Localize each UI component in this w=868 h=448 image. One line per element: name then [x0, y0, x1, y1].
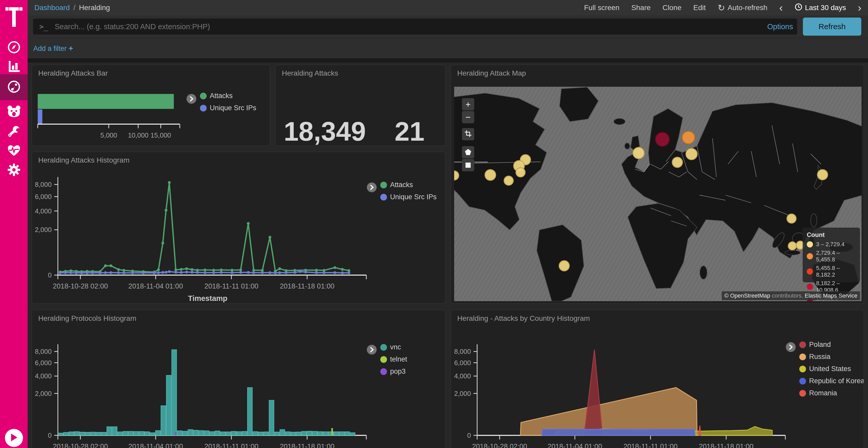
telekom-logo[interactable] [0, 4, 28, 29]
svg-text:4,000: 4,000 [454, 372, 471, 380]
attack-location-circle[interactable] [686, 148, 697, 160]
legend-dot [380, 344, 387, 351]
map-draw-rectangle-button[interactable] [462, 159, 474, 171]
sidebar-item-management[interactable] [0, 159, 28, 182]
attack-location-circle[interactable] [817, 170, 828, 180]
legend-item-romania[interactable]: Romania [799, 389, 864, 397]
legend-item-united-states[interactable]: United States [799, 365, 864, 373]
map-legend-row: 5,455.8 – 8,182.2 [807, 265, 856, 278]
search-input[interactable]: >_ Search... (e.g. status:200 AND extens… [33, 19, 797, 35]
attack-location-circle[interactable] [559, 261, 569, 271]
chart-legend: vnctelnetpop3 [380, 343, 407, 380]
legend-dot [799, 390, 806, 397]
auto-refresh-button[interactable]: ↻ Auto-refresh [718, 3, 768, 13]
svg-text:15,000: 15,000 [151, 131, 171, 139]
legend-item-republic-of-korea[interactable]: Republic of Korea [799, 377, 864, 385]
map-legend-row: 3 – 2,729.4 [807, 241, 856, 248]
time-back-button[interactable]: ‹ [779, 4, 783, 11]
sidebar-collapse-button[interactable] [5, 429, 23, 447]
chart-legend: AttacksUnique Src IPs [200, 92, 256, 116]
refresh-button[interactable]: Refresh [803, 18, 861, 36]
breadcrumb-dashboard-link[interactable]: Dashboard [34, 4, 70, 12]
map-draw-polygon-button[interactable] [462, 146, 474, 159]
legend-toggle-arrow-icon[interactable] [367, 345, 377, 354]
legend-item-pop3[interactable]: pop3 [380, 368, 407, 376]
metric-attacks: 18,349 Attacks [276, 118, 374, 146]
panel-heralding-attacks-bar: Heralding Attacks Bar 5,00010,00015,000A… [32, 65, 270, 146]
crop-icon [464, 129, 472, 139]
panel-heralding-attacks-histogram: Heralding Attacks Histogram 02,0004,0006… [32, 151, 445, 304]
full-screen-button[interactable]: Full screen [584, 4, 619, 12]
bar-chart-icon [7, 60, 21, 74]
divider [28, 58, 868, 63]
attack-location-circle[interactable] [516, 168, 525, 177]
map-zoom-out-button[interactable]: − [462, 111, 474, 123]
breadcrumb: Dashboard / Heralding [34, 4, 110, 12]
share-button[interactable]: Share [631, 4, 651, 12]
legend-item-unique-src-ips[interactable]: Unique Src IPs [200, 104, 256, 112]
attack-location-circle[interactable] [504, 176, 513, 185]
svg-text:8,000: 8,000 [35, 348, 52, 355]
bear-icon [7, 105, 21, 119]
attack-location-circle[interactable] [655, 132, 669, 146]
gear-icon [7, 163, 21, 177]
legend-item-telnet[interactable]: telnet [380, 355, 407, 364]
panel-title: Heralding Attacks [282, 69, 338, 77]
elastic-maps-service-link[interactable]: Elastic Maps Service [805, 292, 858, 299]
svg-text:2,000: 2,000 [454, 390, 471, 398]
attack-location-circle[interactable] [682, 131, 695, 144]
svg-text:2018-11-18 01:00: 2018-11-18 01:00 [280, 443, 334, 448]
svg-text:2018-11-18 01:00: 2018-11-18 01:00 [280, 282, 334, 290]
legend-item-poland[interactable]: Poland [799, 341, 864, 349]
edit-button[interactable]: Edit [693, 4, 706, 12]
metric-value: 18,349 [276, 118, 374, 145]
svg-text:6,000: 6,000 [35, 359, 52, 367]
time-forward-button[interactable]: › [858, 4, 861, 11]
legend-dot [200, 105, 207, 111]
metric-row: 18,349 Attacks 21 Unique Src IPs [276, 118, 445, 146]
sidebar-item-dashboard[interactable] [0, 74, 28, 100]
metric-unique-src-ips: 21 Unique Src IPs [374, 118, 445, 146]
legend-dot [807, 241, 813, 247]
map-crop-button[interactable] [462, 128, 474, 140]
attack-location-circle[interactable] [787, 214, 796, 223]
svg-text:2018-10-28 02:00: 2018-10-28 02:00 [53, 282, 108, 290]
play-circle-icon [10, 433, 18, 443]
svg-text:0: 0 [48, 271, 52, 279]
terminal-prompt-icon: >_ [39, 23, 48, 31]
legend-item-attacks[interactable]: Attacks [200, 92, 256, 100]
legend-item-russia[interactable]: Russia [799, 353, 864, 361]
add-filter-button[interactable]: Add a filter + [33, 44, 73, 53]
legend-toggle-arrow-icon[interactable] [786, 342, 796, 352]
legend-dot [799, 341, 806, 348]
map-zoom-in-button[interactable]: + [462, 98, 474, 110]
sidebar [0, 0, 28, 448]
legend-dot [380, 356, 387, 363]
legend-item-vnc[interactable]: vnc [380, 343, 407, 351]
svg-text:6,000: 6,000 [35, 193, 52, 201]
time-range-picker[interactable]: Last 30 days [795, 3, 846, 13]
legend-item-unique-src-ips[interactable]: Unique Src IPs [380, 193, 437, 201]
legend-dot [380, 182, 387, 188]
options-link[interactable]: Options [767, 15, 793, 38]
svg-text:5,000: 5,000 [100, 131, 117, 139]
attack-location-circle[interactable] [672, 157, 683, 168]
chart-legend: AttacksUnique Src IPs [380, 181, 437, 205]
metric-value: 21 [374, 118, 445, 145]
attack-location-circle[interactable] [485, 170, 496, 180]
wrench-icon [7, 125, 21, 139]
filter-bar: Add a filter + [28, 38, 868, 58]
legend-toggle-arrow-icon[interactable] [187, 94, 196, 104]
legend-toggle-arrow-icon[interactable] [367, 182, 377, 192]
world-map[interactable]: + − Count 3 – 2,729.42,729.4 – 5,455.85,… [454, 87, 862, 301]
attack-location-circle[interactable] [633, 147, 644, 159]
legend-dot [807, 253, 813, 260]
openstreetmap-link[interactable]: © OpenStreetMap [724, 292, 770, 299]
query-bar: >_ Search... (e.g. status:200 AND extens… [28, 15, 868, 38]
clone-button[interactable]: Clone [663, 4, 681, 12]
map-legend-row: 2,729.4 – 5,455.8 [807, 249, 856, 263]
legend-item-attacks[interactable]: Attacks [380, 181, 437, 189]
legend-dot [799, 366, 806, 372]
attack-location-circle[interactable] [788, 242, 797, 250]
topbar-actions: Full screen Share Clone Edit ↻ Auto-refr… [584, 3, 861, 13]
